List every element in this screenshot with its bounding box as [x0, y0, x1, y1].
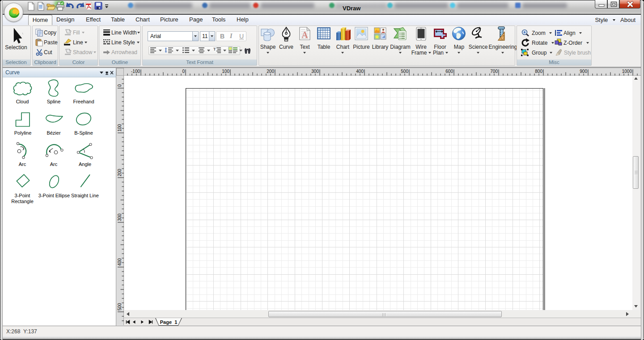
svg-text:A: A	[301, 30, 308, 40]
svg-text:300: 300	[117, 213, 122, 221]
svg-text:700: 700	[490, 69, 498, 74]
svg-text:T: T	[213, 47, 216, 51]
svg-text:0: 0	[117, 84, 122, 87]
svg-text:300: 300	[311, 69, 319, 74]
svg-text:900: 900	[580, 69, 587, 74]
svg-text:200: 200	[117, 169, 122, 176]
svg-text:1000: 1000	[622, 69, 632, 74]
svg-text:0: 0	[182, 69, 185, 74]
svg-text:100: 100	[222, 69, 229, 74]
svg-text:800: 800	[535, 69, 542, 74]
svg-text:-100: -100	[131, 69, 140, 74]
svg-text:400: 400	[117, 258, 122, 266]
svg-text:600: 600	[445, 69, 453, 74]
svg-text:500: 500	[401, 69, 408, 74]
svg-text:400: 400	[356, 69, 364, 74]
svg-text:100: 100	[117, 124, 122, 132]
svg-text:200: 200	[267, 69, 274, 74]
svg-text:500: 500	[117, 303, 122, 310]
